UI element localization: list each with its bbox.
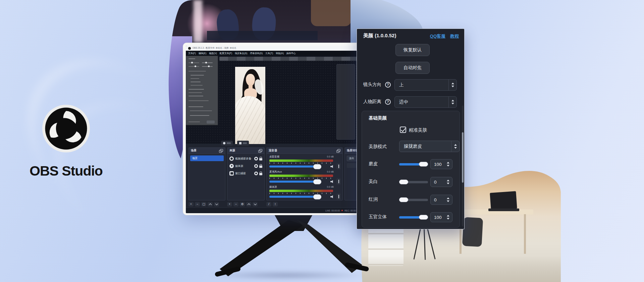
- menu-item-view[interactable]: 视图(V): [209, 52, 217, 55]
- brush-icon[interactable]: /: [266, 202, 271, 206]
- spin-arrows-icon[interactable]: [445, 161, 451, 167]
- move-down-icon[interactable]: [253, 202, 258, 206]
- preview-canvas[interactable]: [186, 56, 364, 144]
- preview-chip-1[interactable]: [221, 141, 233, 146]
- move-down-icon[interactable]: [214, 202, 219, 206]
- chevron-updown-icon[interactable]: [448, 80, 457, 90]
- help-icon[interactable]: ?: [385, 82, 391, 88]
- chevron-updown-icon[interactable]: [451, 141, 459, 152]
- skeleton-line: [189, 66, 199, 67]
- preview-chip-2[interactable]: [237, 141, 249, 146]
- volume-slider[interactable]: [269, 166, 320, 168]
- source-label: 窗口捕获: [235, 172, 253, 175]
- menu-item-help[interactable]: 帮助(H): [276, 52, 284, 55]
- smoothing-spinbox[interactable]: 100: [430, 159, 452, 169]
- qq-support-link[interactable]: QQ客服: [430, 33, 445, 39]
- mixer-title: 混音器: [269, 148, 277, 153]
- duplicate-icon[interactable]: ▢: [201, 202, 206, 206]
- visibility-eye-icon[interactable]: [254, 164, 258, 168]
- menu-item-docks[interactable]: 停靠部件(D): [250, 52, 263, 55]
- channel-settings-icon[interactable]: [336, 193, 341, 200]
- channel-settings-icon[interactable]: [336, 163, 341, 170]
- rosy-spinbox[interactable]: 0: [430, 195, 452, 205]
- source-row-media[interactable]: 媒体源: [227, 162, 264, 169]
- chevron-updown-icon[interactable]: [448, 97, 457, 107]
- captured-window-tabs: [219, 57, 362, 61]
- speaker-icon[interactable]: [330, 165, 334, 168]
- visibility-eye-icon[interactable]: [254, 172, 258, 175]
- skeleton-slider-knob: [191, 62, 193, 63]
- whitening-spinbox[interactable]: 0: [430, 177, 452, 187]
- add-icon[interactable]: +: [189, 202, 194, 206]
- panel-options-icon[interactable]: [336, 149, 340, 152]
- alert-icon[interactable]: !: [273, 202, 278, 206]
- source-row-window[interactable]: 窗口捕获: [227, 170, 264, 177]
- autofocus-button[interactable]: 自动对焦: [395, 62, 430, 74]
- captured-side-panel: [336, 64, 355, 140]
- panel-scrollbar[interactable]: [462, 105, 464, 226]
- lens-direction-label: 镜头方向: [363, 82, 381, 88]
- visibility-eye-icon[interactable]: [254, 157, 258, 160]
- person-distance-select[interactable]: 适中: [394, 96, 457, 108]
- spin-arrows-icon[interactable]: [445, 214, 451, 220]
- scrollbar-thumb[interactable]: [462, 132, 464, 183]
- skeleton-line: [189, 96, 203, 96]
- skeleton-line: [191, 75, 204, 76]
- restore-default-button[interactable]: 恢复默认: [395, 44, 430, 56]
- add-icon[interactable]: +: [227, 202, 232, 206]
- lock-icon[interactable]: [259, 158, 262, 160]
- scene-list-item-selected[interactable]: 场景: [190, 155, 224, 161]
- menu-item-tools[interactable]: 工具(T): [265, 52, 273, 55]
- slider-handle[interactable]: [419, 215, 428, 220]
- volume-slider[interactable]: [269, 196, 320, 198]
- obs-brand: OBS Studio: [17, 105, 115, 179]
- skin-mode-select[interactable]: 朦胧磨皮: [399, 141, 460, 152]
- face-3d-spinbox[interactable]: 100: [430, 212, 452, 222]
- menu-item-plugin-center[interactable]: 插件中心: [286, 52, 296, 55]
- slider-handle[interactable]: [419, 162, 428, 167]
- speaker-icon[interactable]: [330, 180, 334, 183]
- obs-titlebar[interactable]: OBS 25.1.3 - 配置文件: 未命名 - 场景: 未命名: [186, 46, 364, 51]
- slider-label: 磨皮: [369, 161, 378, 167]
- gear-icon[interactable]: ⚙: [240, 202, 245, 206]
- lens-direction-select[interactable]: 上: [394, 79, 457, 91]
- menu-item-file[interactable]: 文件(F): [188, 52, 196, 55]
- remove-icon[interactable]: −: [195, 202, 200, 206]
- rosy-slider[interactable]: [399, 196, 428, 203]
- scenes-panel-header[interactable]: 场景: [189, 148, 225, 154]
- remove-icon[interactable]: −: [233, 202, 238, 206]
- source-row-camera[interactable]: 视频捕获设备: [227, 155, 264, 162]
- brand-name: OBS Studio: [17, 163, 115, 179]
- skeleton-line: [189, 122, 200, 122]
- spin-arrows-icon[interactable]: [445, 197, 451, 203]
- stage: OBS Studio OBS 25.1.3 - 配置文件: 未命名 - 场景: …: [0, 0, 644, 282]
- precise-skin-checkbox[interactable]: [400, 127, 406, 133]
- channel-settings-icon[interactable]: [336, 178, 341, 185]
- speaker-icon[interactable]: [330, 195, 334, 198]
- panel-options-icon[interactable]: [258, 149, 262, 152]
- tutorial-link[interactable]: 教程: [450, 33, 459, 39]
- mixer-channel: 媒体源 0.0 dB: [267, 185, 342, 200]
- slider-handle[interactable]: [399, 197, 408, 202]
- face-3d-slider[interactable]: [399, 214, 428, 221]
- select-value: 适中: [395, 97, 448, 107]
- whitening-slider[interactable]: [399, 179, 428, 185]
- smoothing-slider[interactable]: [399, 161, 428, 168]
- mixer-panel-header[interactable]: 混音器: [267, 148, 342, 154]
- move-up-icon[interactable]: [208, 202, 213, 206]
- volume-slider[interactable]: [269, 181, 320, 183]
- menu-item-scene-collection[interactable]: 场景集合(S): [235, 52, 247, 55]
- lock-icon[interactable]: [259, 173, 262, 175]
- menu-item-profile[interactable]: 配置文件(P): [220, 52, 232, 55]
- channel-name: 麦克风/Aux: [269, 170, 282, 174]
- help-icon[interactable]: ?: [385, 99, 391, 105]
- menu-item-edit[interactable]: 编辑(E): [199, 52, 206, 55]
- portrait-dress: [235, 96, 265, 144]
- lock-icon[interactable]: [259, 166, 262, 168]
- spin-arrows-icon[interactable]: [445, 179, 451, 185]
- slider-handle[interactable]: [399, 180, 408, 184]
- move-up-icon[interactable]: [246, 202, 251, 206]
- spin-value: 0: [431, 180, 445, 185]
- sources-panel-header[interactable]: 来源: [227, 148, 264, 154]
- panel-options-icon[interactable]: [219, 149, 223, 152]
